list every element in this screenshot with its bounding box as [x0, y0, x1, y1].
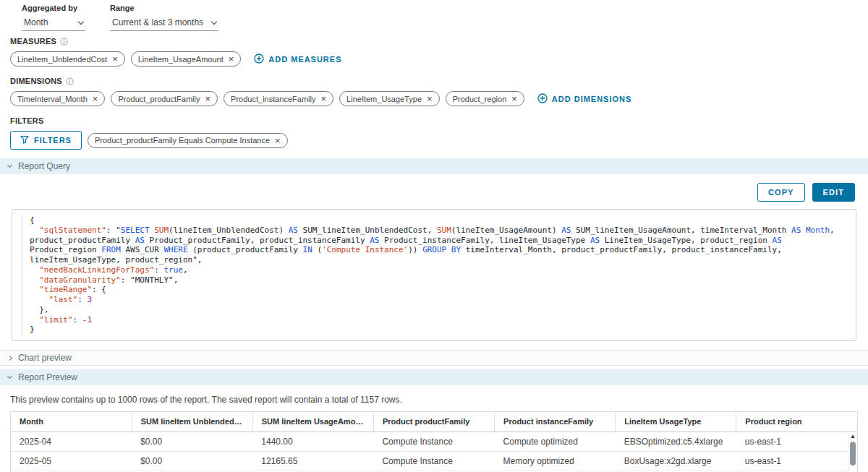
report-query-toolbar: COPY EDIT	[0, 174, 868, 209]
table-cell: BoxUsage:x2gd.xlarge	[616, 451, 736, 471]
chip-label: Product_productFamily Equals Compute Ins…	[95, 136, 270, 145]
table-cell: Compute Instance	[373, 451, 494, 471]
chip-close-icon[interactable]: ×	[275, 136, 281, 145]
column-header: LineItem UsageType	[616, 412, 736, 432]
table-cell: us-east-1	[736, 451, 857, 471]
table-cell: Compute Instance	[373, 432, 494, 451]
code-line: {	[30, 215, 846, 226]
measures-label: MEASURES	[10, 37, 56, 46]
aggregated-by-label: Aggregated by	[22, 4, 85, 12]
info-icon[interactable]	[60, 38, 68, 46]
dimensions-label: DIMENSIONS	[10, 77, 62, 85]
preview-note: This preview contains up to 1000 rows of…	[0, 385, 868, 405]
filters-button-label: FILTERS	[34, 136, 72, 145]
column-header: Product productFamily	[373, 412, 494, 432]
preview-table: MonthSUM lineItem UnblendedCostSUM lineI…	[11, 412, 857, 472]
range-control: Range Current & last 3 months	[110, 4, 218, 31]
filters-section: FILTERS FILTERS Product_productFamily Eq…	[0, 116, 868, 150]
column-header: Month	[11, 412, 132, 432]
chevron-right-icon	[7, 355, 12, 360]
report-table: MonthSUM lineItem UnblendedCostSUM lineI…	[10, 411, 858, 472]
chip: LineItem_UnblendedCost×	[10, 51, 125, 66]
code-line: "needBackLinkingForTags": true,	[30, 265, 846, 275]
scroll-up-icon[interactable]: ▲	[850, 434, 856, 439]
table-cell: Memory optimized	[495, 451, 616, 471]
table-cell: EBSOptimized:c5.4xlarge	[616, 432, 736, 451]
table-row: 2025-04$0.001440.00Compute InstanceCompu…	[11, 432, 857, 451]
add-dimensions-label: ADD DIMENSIONS	[552, 95, 631, 103]
top-controls: Aggregated by Month Range Current & last…	[0, 0, 868, 31]
chip-label: Product_region	[453, 95, 507, 103]
table-cell: $0.00	[132, 451, 252, 471]
chevron-down-icon	[7, 163, 12, 168]
table-header-row: MonthSUM lineItem UnblendedCostSUM lineI…	[11, 412, 857, 432]
filter-funnel-icon	[20, 135, 29, 145]
plus-circle-icon	[537, 93, 548, 105]
table-cell: us-east-1	[736, 432, 857, 451]
column-header: SUM lineItem UsageAmount	[252, 412, 373, 432]
chart-preview-section-header[interactable]: Chart preview	[0, 350, 868, 366]
chevron-down-icon	[211, 18, 217, 24]
add-measures-label: ADD MEASURES	[268, 55, 341, 64]
code-line: "limit": -1	[30, 315, 846, 325]
chip-label: TimeInterval_Month	[17, 95, 88, 103]
chip-label: LineItem_UsageAmount	[138, 55, 224, 64]
chip-label: Product_productFamily	[118, 95, 200, 103]
add-measures-button[interactable]: ADD MEASURES	[254, 53, 341, 65]
table-body: 2025-04$0.001440.00Compute InstanceCompu…	[11, 432, 857, 472]
chip-close-icon[interactable]: ×	[229, 54, 234, 64]
table-row: 2025-05$0.0012165.65Compute InstanceMemo…	[11, 451, 857, 471]
query-code-editor[interactable]: { "sqlStatement": "SELECT SUM(lineItem_U…	[12, 209, 856, 341]
table-cell: 2025-05	[11, 451, 132, 471]
report-query-section-header[interactable]: Report Query	[0, 158, 868, 174]
column-header: Product instanceFamily	[495, 412, 616, 432]
chip-close-icon[interactable]: ×	[93, 94, 98, 103]
filters-chips: Product_productFamily Equals Compute Ins…	[88, 133, 288, 148]
code-line: },	[30, 305, 846, 315]
report-query-title: Report Query	[18, 161, 70, 171]
plus-circle-icon	[254, 53, 264, 65]
dimensions-chips: TimeInterval_Month×Product_productFamily…	[10, 91, 524, 106]
info-icon[interactable]	[66, 77, 74, 85]
chip: TimeInterval_Month×	[10, 91, 105, 106]
chip: Product_productFamily Equals Compute Ins…	[88, 133, 288, 148]
chip-close-icon[interactable]: ×	[427, 94, 433, 103]
report-preview-title: Report Preview	[18, 372, 77, 382]
code-line: "sqlStatement": "SELECT SUM(lineItem_Unb…	[30, 226, 846, 265]
chevron-down-icon	[7, 374, 12, 379]
range-select[interactable]: Current & last 3 months	[110, 16, 218, 31]
copy-button[interactable]: COPY	[757, 183, 805, 202]
chart-preview-title: Chart preview	[18, 353, 72, 363]
filters-button[interactable]: FILTERS	[10, 131, 82, 150]
report-preview-section-header[interactable]: Report Preview	[0, 369, 868, 385]
aggregated-by-value: Month	[24, 17, 48, 27]
code-line: "dataGranularity": "MONTHLY",	[30, 275, 846, 286]
chip-close-icon[interactable]: ×	[321, 94, 327, 103]
chip: LineItem_UsageAmount×	[131, 51, 242, 66]
filters-label: FILTERS	[10, 116, 44, 125]
table-cell: 2025-04	[11, 432, 132, 451]
column-header: SUM lineItem UnblendedCost	[132, 412, 252, 432]
chip-close-icon[interactable]: ×	[205, 94, 211, 103]
chip-close-icon[interactable]: ×	[112, 54, 118, 64]
table-cell: $0.00	[132, 432, 252, 451]
table-cell: 1440.00	[252, 432, 373, 451]
range-value: Current & last 3 months	[112, 17, 203, 27]
code-line: "last": 3	[30, 295, 846, 305]
chip: Product_instanceFamily×	[224, 91, 333, 106]
scrollbar-thumb[interactable]	[850, 442, 856, 465]
aggregated-by-select[interactable]: Month	[22, 16, 85, 31]
chip-close-icon[interactable]: ×	[511, 94, 517, 103]
chip-label: Product_instanceFamily	[231, 95, 315, 103]
table-header: MonthSUM lineItem UnblendedCostSUM lineI…	[11, 412, 857, 432]
edit-button[interactable]: EDIT	[812, 183, 855, 202]
chip: Product_productFamily×	[111, 91, 218, 106]
add-dimensions-button[interactable]: ADD DIMENSIONS	[537, 93, 631, 105]
measures-chips: LineItem_UnblendedCost×LineItem_UsageAmo…	[10, 51, 241, 66]
chip-label: LineItem_UnblendedCost	[17, 55, 107, 64]
column-header: Product region	[736, 412, 857, 432]
chevron-down-icon	[78, 18, 84, 24]
chip-label: LineItem_UsageType	[346, 95, 422, 103]
dimensions-section: DIMENSIONS TimeInterval_Month×Product_pr…	[0, 77, 868, 106]
table-scrollbar[interactable]: ▲	[848, 432, 857, 472]
